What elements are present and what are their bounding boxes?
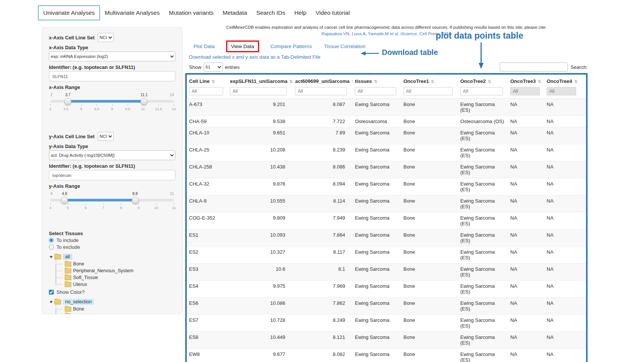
y-identifier-input[interactable] — [49, 170, 175, 180]
search-input[interactable] — [500, 62, 568, 72]
tree-item-peripheral-nervous-system[interactable]: Peripheral_Nervous_System — [55, 312, 175, 314]
column-header-cell-line[interactable]: Cell Line⇅ — [187, 75, 228, 87]
x-cell-line-set-select[interactable]: NCI — [98, 33, 114, 42]
download-link[interactable]: Download selected x and y axis data as a… — [189, 54, 320, 60]
y-data-type-label: y-Axis Data Type — [49, 144, 175, 149]
slider-track[interactable] — [50, 199, 174, 201]
tree-item-soft-tissue[interactable]: Soft_Tissue — [55, 274, 175, 281]
folder-icon — [65, 275, 71, 280]
tree-item-bone[interactable]: Bone — [55, 261, 175, 267]
filter-cell — [293, 87, 353, 99]
filter-input-oncotree2[interactable] — [460, 87, 503, 95]
cell: 7.89 — [293, 127, 353, 144]
select-tissues-label: Select Tissues — [49, 231, 175, 236]
filter-cell — [401, 87, 458, 99]
cell: CHLA-10 — [187, 127, 228, 144]
column-header-act609699-unisarcoma[interactable]: act609699_uniSarcoma⇅ — [293, 75, 353, 87]
citation-link[interactable]: Rajapakse.VN, Luna.A, Yamade.M et al. iS… — [322, 31, 452, 36]
y-data-type-select[interactable]: act: Drug Activity (-log10[IC50M]) — [49, 150, 175, 160]
cell: 7.969 — [293, 281, 353, 298]
cell: 10.728 — [228, 315, 293, 332]
tissue-radio-to-include[interactable]: To include — [49, 237, 175, 243]
exclude-tissue-tree: no_selectionBonePeripheral_Nervous_Syste… — [50, 298, 175, 314]
radio-input[interactable] — [49, 245, 54, 250]
tab-view-data[interactable]: View Data — [226, 41, 259, 52]
slider-grid: 23.556.589.51112.514 — [50, 104, 174, 114]
y-cell-line-set-select[interactable]: NCI — [98, 132, 114, 141]
column-header-label: tissues — [355, 78, 372, 84]
filter-cell — [187, 87, 228, 99]
filter-input-expslfn11-unisarcoma[interactable] — [230, 87, 287, 95]
cell: NA — [508, 315, 544, 332]
slider-tick-label: 11 — [172, 206, 176, 210]
column-header-tissues[interactable]: tissues⇅ — [353, 75, 401, 87]
tab-compare-patterns[interactable]: Compare Patterns — [270, 44, 312, 49]
slider-min-label: 2 — [50, 93, 53, 97]
cell: Bone — [401, 195, 458, 212]
show-color-checkbox[interactable] — [49, 290, 54, 295]
cell: Ewing Sarcoma — [353, 212, 401, 229]
slider-tick — [143, 104, 144, 106]
table-row: CHLA-109.6517.89Ewing SarcomaBoneEwing S… — [187, 127, 586, 144]
x-data-type-label: x-Axis Data Type — [49, 45, 175, 50]
tree-item-peripheral-nervous-system[interactable]: Peripheral_Nervous_System — [55, 267, 175, 274]
column-header-oncotree3[interactable]: OncoTree3⇅ — [508, 75, 544, 87]
citation-text: CellMinerCDB enables exploration and ana… — [185, 24, 588, 31]
cell: 8.249 — [293, 315, 353, 332]
cell: 8.239 — [293, 144, 353, 161]
table-row: ES310.68.1Ewing SarcomaBoneEwing Sarcoma… — [187, 264, 586, 281]
cell: NA — [544, 144, 586, 161]
nav-item-mutation-variants[interactable]: Mutation variants — [164, 6, 218, 20]
filter-input-act609699-unisarcoma[interactable] — [295, 87, 347, 95]
cell: Bone — [401, 298, 458, 315]
nav-item-video-tutorial[interactable]: Video tutorial — [311, 6, 354, 20]
nav-item-help[interactable]: Help — [290, 6, 311, 20]
table-row: CHA-599.5387.722OsteosarcomaBoneOsteosar… — [187, 116, 586, 127]
slider-tick — [103, 203, 104, 205]
x-data-type-select[interactable]: exp: mRNA Expression (log2) — [49, 51, 175, 61]
y-range-slider[interactable]: 4114.88.84567891011 — [50, 197, 174, 215]
filter-input-tissues[interactable] — [355, 87, 396, 95]
tree-root[interactable]: all — [50, 253, 175, 261]
cell: Osteosarcoma (OS) — [458, 116, 508, 127]
show-color-checkbox-row[interactable]: Show Color? — [49, 289, 175, 295]
slider-tick — [158, 104, 159, 106]
cell: 8.087 — [293, 99, 353, 116]
column-header-oncotree1[interactable]: OncoTree1⇅ — [401, 75, 458, 87]
slider-tick-label: 11 — [141, 107, 145, 111]
slider-tick — [174, 203, 174, 205]
cell: COG-E-352 — [187, 212, 228, 229]
download-arrow-icon — [360, 50, 380, 56]
column-header-label: expSLFN11_uniSarcoma — [230, 78, 288, 84]
column-header-oncotree4[interactable]: OncoTree4⇅ — [544, 75, 586, 87]
x-range-label: x-Axis Range — [49, 84, 175, 90]
cell: Bone — [401, 116, 458, 127]
x-identifier-input[interactable] — [49, 71, 175, 81]
tree-root-label: no_selection — [63, 299, 94, 305]
tree-item-uterus[interactable]: Uterus — [55, 281, 175, 288]
slider-tick — [68, 203, 69, 205]
nav-item-multivariate-analyses[interactable]: Multivariate Analyses — [100, 6, 164, 20]
column-header-oncotree2[interactable]: OncoTree2⇅ — [458, 75, 508, 87]
tissue-radio-to-exclude[interactable]: To exclude — [49, 244, 175, 250]
tab-plot-data[interactable]: Plot Data — [194, 44, 215, 49]
table-row: A-6739.2018.087Ewing SarcomaBoneEwing Sa… — [187, 99, 586, 116]
cell: Ewing Sarcoma (ES) — [458, 247, 508, 264]
tab-tissue-correlation[interactable]: Tissue Correlation — [324, 44, 365, 49]
tree-root[interactable]: no_selection — [50, 298, 175, 306]
download-table-annotation: Download table — [382, 48, 438, 57]
main-panel: CellMinerCDB enables exploration and ana… — [185, 24, 588, 362]
tree-item-bone[interactable]: Bone — [55, 306, 175, 312]
column-header-expslfn11-unisarcoma[interactable]: expSLFN11_uniSarcoma⇅ — [228, 75, 293, 87]
nav-item-search-ids[interactable]: Search IDs — [252, 6, 290, 20]
entries-select[interactable]: 61 — [204, 62, 223, 72]
nav-item-metadata[interactable]: Metadata — [218, 6, 252, 20]
filter-input-cell-line[interactable] — [189, 87, 223, 95]
sort-icon: ⇅ — [289, 79, 293, 84]
radio-input[interactable] — [49, 238, 54, 243]
cell: NA — [544, 349, 586, 362]
filter-input-oncotree1[interactable] — [403, 87, 453, 95]
x-range-slider[interactable]: 2143.711.123.556.589.51112.514 — [50, 98, 174, 117]
tree-root-label: all — [63, 254, 72, 260]
nav-item-univariate-analyses[interactable]: Univariate Analyses — [38, 5, 100, 20]
